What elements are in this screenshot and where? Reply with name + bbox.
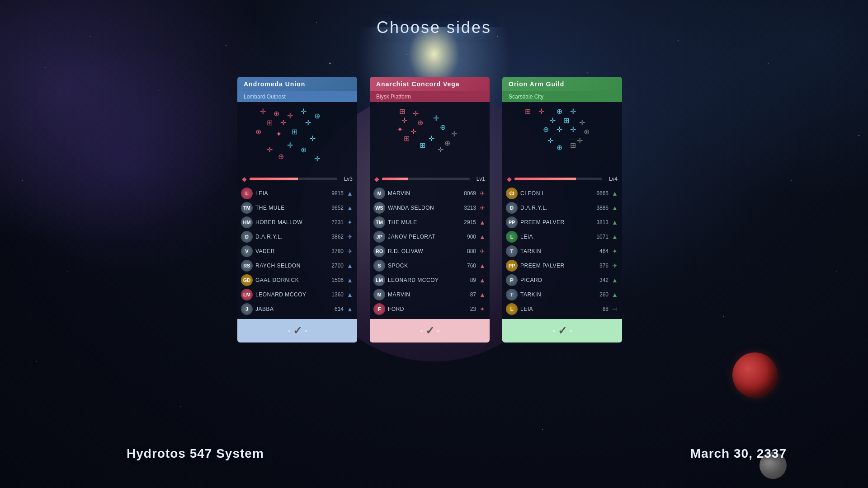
ship-icon: ✛ <box>260 108 266 115</box>
avatar: RS <box>241 260 253 272</box>
avatar: T <box>506 289 518 300</box>
player-row: P PICARD 342 ▲ <box>502 273 622 287</box>
player-badge: ✈ <box>346 248 354 255</box>
ship-icon: ✛ <box>410 128 416 136</box>
anarchist-player-list: M MARVIN 8069 ✈ WS WANDA SELDON 3213 ✈ T… <box>370 185 490 317</box>
player-score: 23 <box>458 306 476 312</box>
player-score: 2915 <box>458 219 476 225</box>
player-row: T TARKIN 260 ▲ <box>502 287 622 302</box>
andromeda-level-fill <box>250 178 298 180</box>
player-score: 9815 <box>326 190 344 197</box>
player-name: WANDA SELDON <box>388 205 455 211</box>
player-name: PREEM PALVER <box>520 219 588 225</box>
player-row: D D.A.R.Y.L. 3862 ✈ <box>237 230 357 244</box>
ship-icon: ✛ <box>314 155 320 163</box>
card-anarchist-location: Biysk Platform <box>370 91 490 102</box>
avatar: M <box>373 188 385 199</box>
player-badge: ▲ <box>611 190 618 197</box>
player-name: PICARD <box>520 277 588 283</box>
player-name: MARVIN <box>388 291 455 298</box>
andromeda-ship-area: ✛ ⊕ ✛ ⊞ ✛ ⊕ ✦ ✛ ⊕ ✛ ⊞ ✛ ✛ ⊕ ✛ ⊕ <box>237 106 357 174</box>
card-andromeda-location: Lombard Outpost <box>237 91 357 102</box>
player-name: TARKIN <box>520 291 588 298</box>
player-score: 760 <box>458 263 476 269</box>
player-badge: ▲ <box>611 277 618 284</box>
ship-icon: ✛ <box>287 142 293 149</box>
nebula-right <box>597 0 868 226</box>
player-badge: ✈ <box>611 262 618 269</box>
avatar: M <box>373 289 385 300</box>
orion-select-checkmark[interactable]: ✓ <box>558 324 567 337</box>
anarchist-footer[interactable]: ✓ <box>370 319 490 343</box>
avatar: RO <box>373 245 385 257</box>
player-score: 342 <box>590 277 609 283</box>
player-badge: ✈ <box>479 190 486 197</box>
avatar: CI <box>506 188 518 199</box>
ship-icon: ⊞ <box>563 117 569 124</box>
orion-footer[interactable]: ✓ <box>502 319 622 343</box>
card-andromeda-body: ✛ ⊕ ✛ ⊞ ✛ ⊕ ✦ ✛ ⊕ ✛ ⊞ ✛ ✛ ⊕ ✛ ⊕ <box>237 102 357 319</box>
andromeda-select-checkmark[interactable]: ✓ <box>293 324 302 337</box>
gem-icon: ◆ <box>507 175 512 183</box>
player-row: PP PREEM PALVER 3813 ▲ <box>502 215 622 230</box>
player-score: 88 <box>590 306 609 312</box>
player-score: 464 <box>590 248 609 254</box>
avatar: L <box>241 188 253 199</box>
card-orion-header: Orion Arm Guild <box>502 77 622 91</box>
player-badge: ▲ <box>611 233 618 240</box>
ship-icon: ✛ <box>538 108 544 115</box>
avatar: T <box>506 245 518 257</box>
player-row: V VADER 3780 ✈ <box>237 244 357 258</box>
player-row: F FORD 23 ✦ <box>370 302 490 316</box>
avatar: HM <box>241 216 253 228</box>
anarchist-select-checkmark[interactable]: ✓ <box>425 324 434 337</box>
ship-icon: ⊕ <box>557 144 562 151</box>
card-andromeda[interactable]: Andromeda Union Lombard Outpost ✛ ⊕ ✛ ⊞ … <box>237 77 357 343</box>
player-name: VADER <box>255 248 323 254</box>
player-row: T TARKIN 464 ✦ <box>502 244 622 258</box>
ship-icon: ⊞ <box>267 119 273 127</box>
player-score: 6665 <box>590 190 609 197</box>
player-name: PREEM PALVER <box>520 263 588 269</box>
player-score: 3862 <box>326 234 344 240</box>
orion-level-track <box>514 178 602 180</box>
anarchist-level-label: Lv1 <box>472 176 485 182</box>
player-badge: ▲ <box>346 277 354 284</box>
date-label: March 30, 2337 <box>690 446 787 461</box>
gem-icon: ◆ <box>374 175 379 183</box>
ship-icon: ⊕ <box>584 128 590 136</box>
player-badge: ▲ <box>611 291 618 298</box>
avatar: LM <box>373 274 385 286</box>
card-orion[interactable]: Orion Arm Guild Scarsdale City ⊞ ✛ ⊕ ✛ ✛… <box>502 77 622 343</box>
player-name: GAAL DORNICK <box>255 277 323 283</box>
andromeda-footer[interactable]: ✓ <box>237 319 357 343</box>
player-row: L LEIA 1071 ▲ <box>502 230 622 244</box>
anarchist-level-row: ◆ Lv1 <box>370 174 490 185</box>
player-badge: ✦ <box>346 219 354 226</box>
player-score: 8069 <box>458 190 476 197</box>
player-score: 376 <box>590 263 609 269</box>
player-row: L LEIA 88 ⊣ <box>502 302 622 316</box>
ship-icon: ✛ <box>280 119 286 127</box>
player-row: WS WANDA SELDON 3213 ✈ <box>370 201 490 215</box>
player-badge: ▲ <box>611 219 618 226</box>
ship-icon: ⊞ <box>399 108 405 115</box>
player-name: D.A.R.Y.L. <box>255 234 323 240</box>
player-row: CI CLEON I 6665 ▲ <box>502 186 622 201</box>
avatar: L <box>506 303 518 315</box>
ship-icon: ⊞ <box>420 142 425 149</box>
player-score: 880 <box>458 248 476 254</box>
player-score: 260 <box>590 291 609 298</box>
gem-icon: ◆ <box>242 175 247 183</box>
player-row: HM HOBER MALLOW 7231 ✦ <box>237 215 357 230</box>
player-score: 2700 <box>326 263 344 269</box>
player-score: 3886 <box>590 205 609 211</box>
player-name: RAYCH SELDON <box>255 263 323 269</box>
avatar: D <box>241 231 253 243</box>
ship-icon: ⊕ <box>314 113 320 120</box>
player-name: SPOCK <box>388 263 455 269</box>
avatar: F <box>373 303 385 315</box>
ship-icon: ✦ <box>397 126 403 133</box>
orion-player-list: CI CLEON I 6665 ▲ D D.A.R.Y.L. 3886 ▲ PP… <box>502 185 622 317</box>
card-anarchist[interactable]: Anarchist Concord Vega Biysk Platform ⊞ … <box>370 77 490 343</box>
